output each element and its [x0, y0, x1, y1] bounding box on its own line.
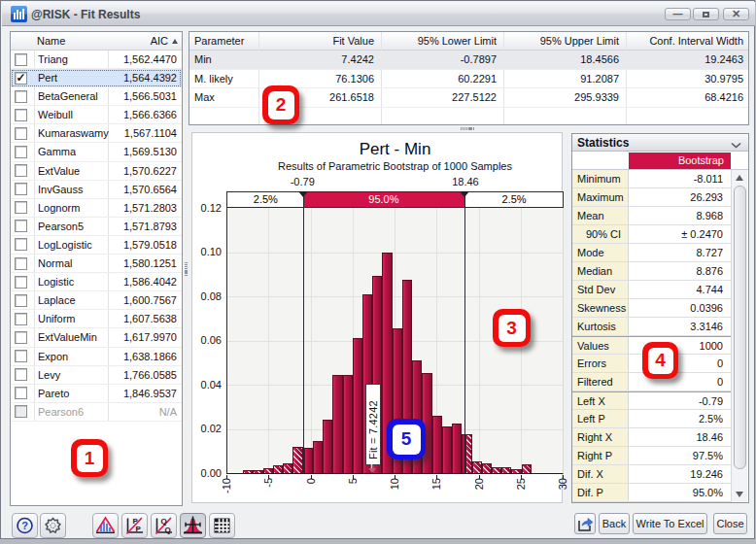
svg-text:Q: Q: [165, 526, 171, 534]
svg-text:?: ?: [21, 520, 28, 531]
svg-text:P: P: [136, 525, 142, 533]
